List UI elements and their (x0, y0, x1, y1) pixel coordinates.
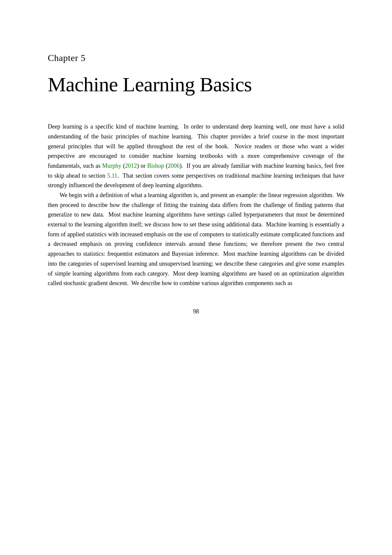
paragraph-2: We begin with a definition of what a lea… (48, 190, 344, 288)
chapter-title: Machine Learning Basics (48, 73, 344, 96)
link-section-511[interactable]: 5.11 (107, 172, 117, 179)
link-bishop[interactable]: Bishop (147, 162, 164, 169)
link-murphy-year[interactable]: 2012 (125, 162, 137, 169)
body-content: Deep learning is a specific kind of mach… (48, 122, 344, 288)
chapter-label: Chapter 5 (48, 53, 344, 63)
page: Chapter 5 Machine Learning Basics Deep l… (0, 0, 392, 555)
page-number: 98 (48, 308, 344, 315)
link-murphy[interactable]: Murphy (102, 162, 121, 169)
paragraph-1: Deep learning is a specific kind of mach… (48, 122, 344, 190)
link-bishop-year[interactable]: 2006 (168, 162, 180, 169)
